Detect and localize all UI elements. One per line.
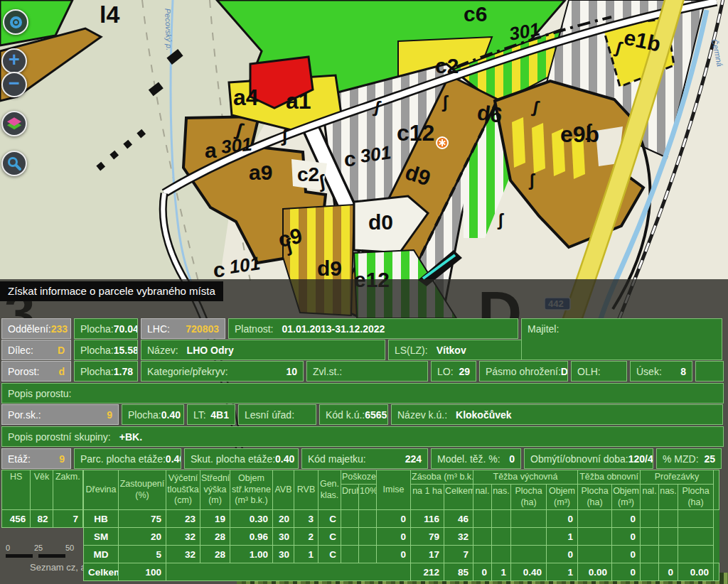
table-cell: 7: [444, 546, 473, 563]
table-cell: 0: [612, 510, 641, 528]
field-mzd: % MZD:25: [656, 448, 722, 469]
table-cell: 0: [612, 563, 641, 581]
map-label: l4: [100, 1, 119, 28]
map-label: d6: [476, 100, 503, 127]
table-cell: 116: [411, 510, 444, 528]
col-tv-plocha: Plocha(ha): [511, 485, 547, 510]
field-zvlst: Zvl.st.:: [306, 361, 428, 382]
table-cell: 1: [294, 546, 318, 563]
field-porsk: Por.sk.:9: [1, 404, 119, 425]
table-cell: 5: [119, 546, 166, 563]
field-dilec: Dílec:D: [1, 340, 71, 360]
field-platnost: Platnost:01.01.2013-31.12.2022: [228, 318, 518, 339]
field-popis-ps: Popis porostní skupiny:+BK.: [1, 426, 724, 447]
table-cell: [511, 510, 547, 528]
table-cell: [659, 528, 678, 546]
field-olh: OLH:: [571, 361, 627, 382]
table-cell: [678, 546, 714, 563]
col-hs: HS: [2, 470, 31, 510]
field-pasmo: Pásmo ohrožení:D: [479, 361, 568, 382]
table-cell: [492, 546, 511, 563]
table-cell: 17: [411, 546, 444, 563]
table-cell: 0: [473, 563, 492, 581]
table-cell: 7: [53, 510, 82, 528]
table-cell: 28: [200, 546, 230, 563]
field-nazev-ku: Název k.ú.:Klokočůvek: [391, 404, 723, 425]
field-kod-majetku: Kód majetku:224: [301, 448, 428, 469]
table-cell: [341, 546, 359, 563]
map-label: ʃ: [441, 92, 449, 112]
map-label: c: [344, 147, 356, 171]
col-imise: Imise: [377, 470, 411, 510]
info-panel: Získat informace o parcele vybraného mís…: [0, 279, 728, 584]
field-usek: Úsek:8: [630, 361, 692, 382]
map-label: ʃ: [585, 121, 592, 140]
col-avb: AVB: [273, 470, 294, 510]
table-cell: 32: [166, 528, 200, 546]
map-label: 301: [359, 141, 392, 167]
table-cell: C: [318, 528, 341, 546]
table-cell: [678, 528, 714, 546]
col-objem-kmene: Objemstř.kmene(m³ b.k.): [230, 470, 273, 510]
field-plocha-oddeleni: Plocha:70.04: [74, 318, 138, 339]
map-label: c2: [435, 54, 459, 77]
map-label: a4: [233, 85, 259, 110]
col-vek: Věk: [31, 470, 53, 510]
group-prorezavky: Prořezávky: [641, 470, 714, 485]
table-cell: 46: [444, 510, 473, 528]
table-cell: 85: [444, 563, 473, 581]
field-obmyti: Obmýtí/obnovní doba:120/40: [524, 448, 653, 469]
field-oddeleni: Oddělení:233: [1, 318, 71, 339]
col-pr-plocha: Plocha(ha): [678, 485, 714, 510]
group-zasoba: Zásoba (m³ b.k.): [411, 470, 473, 485]
map-label: d0: [368, 210, 393, 234]
field-lhc: LHC:720803: [141, 318, 225, 339]
col-to-plocha: Plocha(ha): [578, 485, 612, 510]
table-cell: 0: [612, 528, 641, 546]
map-label: d9: [317, 256, 342, 280]
col-celkem: Celkem: [444, 485, 473, 510]
table-cell: 1: [547, 528, 578, 546]
table-cell: 212: [411, 563, 444, 581]
col-zakm: Zakm.: [53, 470, 82, 510]
scale-tick: 50: [65, 544, 74, 552]
table-row: SM2032280.96302C0793210: [84, 528, 719, 546]
col-na1ha: na 1 ha: [411, 485, 444, 510]
table-cell: [359, 528, 377, 546]
table-cell: [641, 510, 659, 528]
table-cell: 1: [492, 563, 511, 581]
field-plocha-porsk: Plocha:0.40: [122, 404, 184, 425]
field-model-tez: Model. těž. %:0: [431, 448, 521, 469]
table-cell: [578, 546, 612, 563]
zoom-out-button[interactable]: −: [1, 72, 27, 97]
col-gen-klas: Gen.klas.: [318, 470, 341, 510]
table-cell: 20: [273, 510, 294, 528]
field-lt: LT:4B1: [187, 404, 235, 425]
field-parc-plocha: Parc. plocha etáže:0.40: [74, 448, 181, 469]
field-lo: LO:29: [431, 361, 476, 382]
locate-icon: [10, 16, 22, 28]
table-row: HB7523190.30203C01164600: [84, 510, 719, 528]
locate-button[interactable]: [3, 9, 28, 35]
scale-tick: 0: [6, 544, 10, 552]
map-label: Pecovský p.: [164, 9, 173, 51]
table-cell: 0.96: [230, 528, 273, 546]
table-cell: 1.00: [230, 546, 273, 563]
col-to-objem: Objem(m³): [612, 485, 641, 510]
search-button[interactable]: [1, 151, 27, 176]
table-row: MD532281.00301C017700: [84, 546, 719, 563]
table-cell: [659, 546, 678, 563]
table-cell: [659, 510, 678, 528]
table-cell: 0: [377, 528, 411, 546]
zoom-in-button[interactable]: +: [1, 48, 27, 74]
table-cell: [341, 528, 359, 546]
table-cell: C: [318, 546, 341, 563]
table-row: 456827: [2, 510, 83, 528]
table-cell: [641, 563, 659, 581]
table-cell: 28: [200, 528, 230, 546]
map-label: a1: [286, 88, 311, 114]
table-cell: 32: [166, 546, 200, 563]
col-zastoupeni: Zastoupení(%): [119, 470, 166, 510]
col-pr-nas: nas.: [659, 485, 678, 510]
layers-button[interactable]: [1, 111, 27, 136]
